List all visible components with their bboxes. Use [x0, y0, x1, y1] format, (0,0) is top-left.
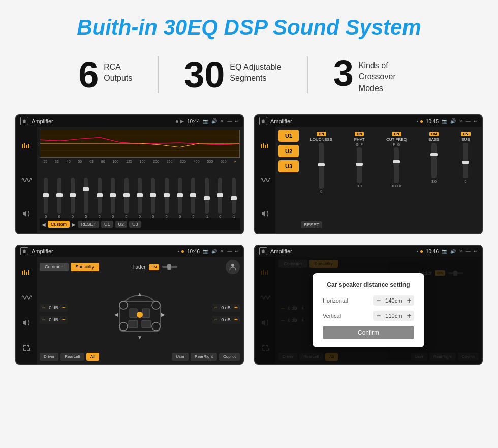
- left-top-plus[interactable]: +: [62, 305, 66, 311]
- prev-icon[interactable]: ◀: [42, 222, 46, 227]
- stat-label-eq: EQ AdjustableSegments: [230, 56, 281, 84]
- eq-label-100: 100: [112, 160, 118, 163]
- wave-icon-2[interactable]: [258, 173, 272, 187]
- back-icon-3[interactable]: ↩: [235, 249, 239, 254]
- sub-toggle[interactable]: ON: [461, 132, 471, 136]
- eq-slider-12[interactable]: 0: [191, 178, 195, 218]
- eq-slider-10[interactable]: 0: [165, 178, 169, 218]
- eq-slider-15[interactable]: -1: [232, 178, 236, 218]
- left-bottom-plus[interactable]: +: [62, 317, 66, 323]
- driver-btn[interactable]: Driver: [40, 353, 58, 361]
- eq-slider-11[interactable]: 0: [178, 178, 182, 218]
- user-btn[interactable]: User: [172, 353, 189, 361]
- svg-point-21: [119, 322, 128, 331]
- speaker-icon-2[interactable]: [258, 206, 272, 221]
- loudness-toggle[interactable]: ON: [317, 132, 326, 136]
- amp-main-area: U1 U2 U3 ON LOUDNESS 0: [275, 127, 482, 233]
- vertical-control: − 110cm +: [374, 311, 414, 321]
- eq-icon[interactable]: [19, 139, 34, 154]
- eq-slider-4[interactable]: 5: [84, 178, 88, 218]
- horizontal-value: 140cm: [384, 297, 404, 304]
- vertical-minus[interactable]: −: [377, 312, 381, 320]
- svg-rect-24: [142, 309, 150, 318]
- home-icon[interactable]: [20, 117, 28, 125]
- u1-btn[interactable]: U1: [101, 221, 113, 228]
- svg-rect-25: [129, 320, 138, 328]
- horizontal-row: Horizontal − 140cm +: [323, 295, 414, 306]
- next-icon[interactable]: ▶: [72, 222, 76, 227]
- speaker-icon[interactable]: [19, 206, 34, 221]
- play-icon: ▶: [180, 118, 184, 124]
- vertical-plus[interactable]: +: [407, 312, 411, 320]
- rearleft-btn[interactable]: RearLeft: [60, 353, 84, 361]
- svg-rect-7: [261, 144, 262, 148]
- right-bottom-minus[interactable]: −: [214, 317, 217, 323]
- back-icon-2[interactable]: ↩: [474, 118, 478, 124]
- eq-label-32: 32: [55, 160, 59, 163]
- eq-slider-1[interactable]: 0: [44, 178, 48, 218]
- bass-toggle[interactable]: ON: [429, 132, 439, 136]
- eq-slider-6[interactable]: 0: [111, 178, 115, 218]
- left-bottom-minus[interactable]: −: [42, 317, 45, 323]
- camera-icon-3: 📷: [203, 249, 208, 254]
- eq-icon-3[interactable]: [19, 265, 34, 280]
- left-top-minus[interactable]: −: [42, 305, 45, 311]
- back-icon[interactable]: ↩: [235, 118, 239, 124]
- eq-slider-13[interactable]: -1: [205, 178, 209, 218]
- phat-toggle[interactable]: ON: [355, 132, 364, 136]
- right-bottom-value: 0 dB: [220, 317, 232, 322]
- reset-btn-2[interactable]: RESET: [301, 221, 322, 228]
- car-diagram: ▲ ▼ ◀ ▶: [72, 286, 208, 342]
- specialty-tab[interactable]: Specialty: [71, 263, 100, 271]
- eq-icon-2[interactable]: [258, 139, 272, 154]
- left-top-value: 0 dB: [47, 305, 60, 310]
- home-icon-3[interactable]: [20, 247, 28, 255]
- dot-icon: [176, 120, 178, 123]
- eq-slider-14[interactable]: 0: [218, 178, 222, 218]
- u3-preset[interactable]: U3: [278, 160, 299, 172]
- eq-slider-3[interactable]: 0: [71, 178, 75, 218]
- home-icon-4[interactable]: [259, 247, 267, 255]
- tabs-and-fader: Common Specialty Fader ON: [40, 260, 240, 274]
- wave-icon-3[interactable]: [19, 290, 34, 305]
- bass-label: BASS: [428, 137, 439, 142]
- u2-preset[interactable]: U2: [278, 145, 299, 157]
- dot-icon-3: [181, 250, 184, 253]
- svg-point-19: [119, 301, 128, 309]
- user-icon[interactable]: [226, 260, 240, 274]
- cutfreq-toggle[interactable]: ON: [392, 132, 401, 136]
- speaker-icon-3[interactable]: [19, 316, 34, 330]
- copilot-btn[interactable]: Copilot: [219, 353, 240, 361]
- eq-slider-2[interactable]: 0: [57, 178, 61, 218]
- custom-btn[interactable]: Custom: [48, 221, 70, 228]
- svg-rect-9: [265, 145, 266, 148]
- eq-slider-5[interactable]: 0: [98, 178, 102, 218]
- u2-btn[interactable]: U2: [115, 221, 128, 228]
- common-tab[interactable]: Common: [40, 263, 69, 271]
- back-icon-4[interactable]: ↩: [474, 249, 478, 254]
- home-icon-2[interactable]: [259, 117, 267, 125]
- confirm-button[interactable]: Confirm: [323, 326, 414, 339]
- horizontal-plus[interactable]: +: [407, 296, 411, 305]
- u3-btn[interactable]: U3: [129, 221, 141, 228]
- rearright-btn[interactable]: RearRight: [191, 353, 217, 361]
- eq-slider-8[interactable]: 0: [138, 178, 142, 218]
- expand-icon[interactable]: [19, 341, 34, 355]
- svg-rect-23: [130, 309, 137, 318]
- fader-toggle[interactable]: ON: [149, 264, 159, 270]
- u1-preset[interactable]: U1: [278, 130, 299, 142]
- all-btn[interactable]: All: [86, 353, 99, 361]
- reset-btn-1[interactable]: RESET: [78, 221, 99, 228]
- stat-label-crossover: Kinds ofCrossover Modes: [359, 55, 420, 94]
- eq-slider-9[interactable]: 0: [151, 178, 155, 218]
- right-top-plus[interactable]: +: [234, 305, 238, 311]
- right-bottom-plus[interactable]: +: [234, 317, 238, 323]
- wave-icon[interactable]: [19, 173, 34, 187]
- horizontal-minus[interactable]: −: [377, 296, 381, 305]
- screen3-card: Amplifier ▪ 10:46 📷 🔊 ✕ — ↩: [15, 245, 244, 365]
- eq-slider-7[interactable]: 0: [124, 178, 129, 218]
- dialog-title: Car speaker distance setting: [323, 281, 414, 288]
- eq-label-40: 40: [67, 160, 71, 163]
- right-top-minus[interactable]: −: [214, 305, 217, 311]
- eq-more-icon[interactable]: »: [234, 160, 236, 163]
